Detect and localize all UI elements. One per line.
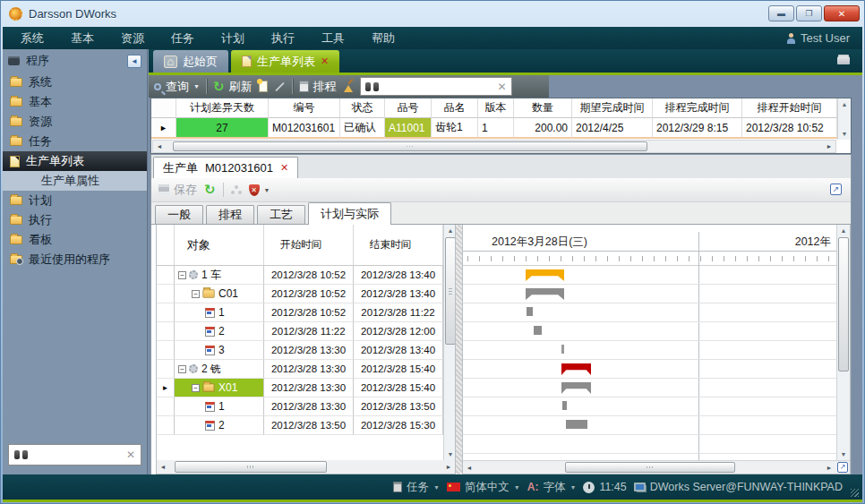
reload-button[interactable]: ↻: [204, 182, 216, 198]
current-user[interactable]: Test User: [786, 31, 850, 45]
query-button[interactable]: 查询 ▼: [154, 79, 200, 95]
scroll-up-icon[interactable]: ▲: [842, 101, 848, 107]
chevron-down-icon[interactable]: ▼: [433, 484, 440, 491]
grid-cell[interactable]: 齿轮1: [432, 118, 478, 139]
scrollbar-track[interactable]: [166, 141, 823, 152]
scroll-down-icon[interactable]: ▼: [842, 131, 848, 137]
tree-expand-icon[interactable]: −: [178, 365, 186, 373]
object-cell[interactable]: −2 铣: [175, 360, 264, 379]
grid-column-header[interactable]: 品号: [385, 98, 432, 118]
tree-expand-icon[interactable]: −: [178, 271, 186, 279]
chevron-down-icon[interactable]: ▼: [570, 484, 576, 491]
clean-button[interactable]: [343, 81, 354, 92]
grid-cell[interactable]: 1: [478, 118, 514, 139]
sidebar-search-input[interactable]: [33, 448, 121, 461]
grid-column-header[interactable]: 状态: [340, 98, 385, 118]
table-column-header[interactable]: 开始时间: [264, 225, 354, 265]
grid-column-header[interactable]: 数量: [514, 98, 572, 118]
grid-data-row[interactable]: ►27M012031601已确认A11001齿轮11200.002012/4/2…: [151, 118, 837, 139]
table-row[interactable]: 12012/3/28 10:522012/3/28 11:22: [157, 303, 443, 322]
scrollbar-track[interactable]: [475, 461, 823, 474]
table-row[interactable]: −1 车2012/3/28 10:522012/3/28 13:40: [157, 266, 443, 285]
object-cell[interactable]: 1: [175, 303, 264, 322]
grid-cell[interactable]: 200.00: [514, 118, 572, 139]
order-tab[interactable]: 生产单 M012031601 ✕: [153, 157, 298, 178]
scrollbar-track[interactable]: [169, 460, 442, 474]
status-font-menu[interactable]: A: 字体 ▼: [527, 480, 577, 495]
menu-item-3[interactable]: 资源: [121, 30, 144, 47]
grid-column-header[interactable]: 期望完成时间: [572, 98, 653, 118]
validate-button[interactable]: ✕ ▼: [249, 184, 270, 196]
sidebar-item-6[interactable]: 生产单属性: [3, 171, 147, 191]
status-task-menu[interactable]: 任务 ▼: [393, 480, 440, 495]
scroll-down-icon[interactable]: ▼: [841, 451, 847, 457]
table-row[interactable]: −C012012/3/28 10:522012/3/28 13:40: [157, 285, 443, 303]
edit-button[interactable]: [274, 86, 286, 88]
table-row[interactable]: 12012/3/28 13:302012/3/28 13:50: [157, 397, 443, 416]
close-icon[interactable]: ✕: [321, 56, 329, 67]
table-row[interactable]: ►−X012012/3/28 13:302012/3/28 15:40: [157, 379, 443, 397]
gantt-bar[interactable]: [566, 420, 587, 429]
pane-splitter[interactable]: [456, 225, 462, 474]
gantt-vertical-scrollbar[interactable]: ▲ ▼: [836, 225, 850, 460]
sidebar-item-2[interactable]: 基本: [3, 92, 147, 112]
tree-expand-icon[interactable]: −: [192, 290, 200, 298]
scroll-right-icon[interactable]: ►: [823, 143, 835, 149]
sidebar-item-9[interactable]: 看板: [3, 230, 147, 250]
table-row[interactable]: 32012/3/28 13:302012/3/28 13:40: [157, 341, 443, 360]
new-button[interactable]: [259, 81, 268, 92]
gantt-bar[interactable]: [527, 307, 533, 316]
schedule-button[interactable]: 排程: [299, 79, 337, 95]
table-vertical-scrollbar[interactable]: ▲ ▼: [443, 225, 455, 460]
grid-column-header[interactable]: 品名: [432, 98, 478, 118]
open-external-icon[interactable]: ↗: [837, 462, 848, 473]
grid-horizontal-scrollbar[interactable]: ◄ ►: [152, 140, 836, 153]
table-column-header[interactable]: 结束时间: [354, 225, 443, 265]
sidebar-item-3[interactable]: 资源: [3, 112, 147, 132]
subtab-3[interactable]: 工艺: [257, 205, 305, 224]
refresh-button[interactable]: ↻ 刷新: [213, 79, 253, 95]
menu-item-2[interactable]: 基本: [71, 30, 94, 47]
grid-cell[interactable]: 2012/3/28 10:52: [742, 118, 837, 139]
sidebar-search-clear-icon[interactable]: ✕: [126, 448, 135, 461]
maximize-button[interactable]: ❐: [796, 5, 822, 21]
subtab-1[interactable]: 一般: [155, 205, 203, 224]
scroll-left-icon[interactable]: ◄: [153, 143, 166, 149]
close-button[interactable]: ✕: [824, 5, 860, 21]
object-cell[interactable]: 2: [175, 416, 264, 435]
object-cell[interactable]: −C01: [175, 285, 264, 303]
grid-cell[interactable]: M012031601: [269, 118, 340, 139]
grid-column-header[interactable]: 计划差异天数: [176, 98, 269, 118]
scrollbar-thumb[interactable]: [173, 141, 647, 151]
sidebar-item-8[interactable]: 执行: [3, 210, 147, 230]
save-button[interactable]: 保存: [158, 182, 197, 198]
minimize-button[interactable]: ▬: [768, 5, 794, 21]
sidebar-item-5[interactable]: 生产单列表: [3, 151, 147, 171]
routing-button[interactable]: [231, 185, 242, 194]
sidebar-item-10[interactable]: 最近使用的程序: [3, 250, 147, 269]
chevron-down-icon[interactable]: ▼: [264, 187, 270, 193]
table-row[interactable]: 22012/3/28 13:502012/3/28 15:30: [157, 416, 443, 435]
resize-grip[interactable]: [851, 489, 859, 497]
toolbar-search-input[interactable]: [384, 81, 492, 93]
scrollbar-thumb[interactable]: [445, 237, 455, 345]
status-language-menu[interactable]: 简体中文 ▼: [447, 480, 520, 495]
menu-item-7[interactable]: 工具: [321, 30, 345, 47]
toolbar-search-clear-icon[interactable]: ✕: [497, 81, 506, 93]
grid-column-header[interactable]: 编号: [269, 98, 340, 118]
scrollbar-thumb[interactable]: [175, 461, 327, 473]
printer-icon[interactable]: [837, 56, 850, 64]
chevron-down-icon[interactable]: ▼: [514, 484, 520, 491]
table-horizontal-scrollbar[interactable]: ◄ ►: [157, 460, 455, 474]
scroll-right-icon[interactable]: ►: [442, 464, 455, 470]
sidebar-item-7[interactable]: 计划: [3, 191, 147, 210]
scrollbar-thumb[interactable]: [565, 462, 735, 473]
menu-item-8[interactable]: 帮助: [372, 30, 395, 47]
scroll-up-icon[interactable]: ▲: [841, 227, 847, 234]
tree-expand-icon[interactable]: −: [192, 384, 200, 392]
gantt-horizontal-scrollbar[interactable]: ◄ ►: [463, 461, 835, 474]
scroll-down-icon[interactable]: ▼: [448, 451, 454, 457]
title-bar[interactable]: Darsson DWorks ▬ ❐ ✕: [0, 0, 865, 27]
gantt-bar[interactable]: [534, 326, 542, 335]
grid-cell[interactable]: 2012/4/25: [572, 118, 653, 139]
